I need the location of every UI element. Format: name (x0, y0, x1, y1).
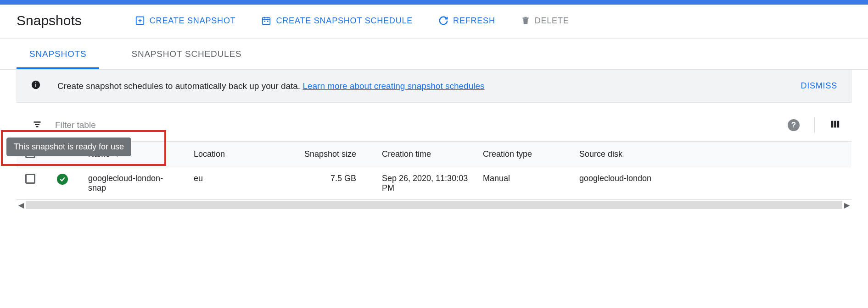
col-source[interactable]: Source disk (572, 142, 851, 167)
help-icon[interactable]: ? (788, 119, 800, 131)
scroll-left-icon[interactable]: ◀ (17, 201, 26, 209)
create-snapshot-button[interactable]: CREATE SNAPSHOT (135, 14, 236, 28)
horizontal-scrollbar[interactable]: ◀ ▶ (17, 200, 851, 210)
cell-size: 7.5 GB (292, 167, 375, 200)
scroll-right-icon[interactable]: ▶ (842, 201, 851, 209)
svg-rect-18 (834, 121, 836, 127)
row-checkbox[interactable] (25, 174, 35, 184)
svg-rect-13 (35, 82, 36, 83)
create-schedule-button[interactable]: CREATE SNAPSHOT SCHEDULE (261, 14, 413, 28)
table-wrap: This snapshot is ready for use Name ↑ Lo… (17, 141, 851, 200)
svg-rect-15 (35, 124, 39, 125)
tabs: SNAPSHOTS SNAPSHOT SCHEDULES (0, 39, 868, 70)
page-title: Snapshots (17, 13, 82, 28)
snapshots-table: Name ↑ Location Snapshot size Creation t… (17, 141, 851, 200)
cell-source: googlecloud-london (572, 167, 851, 200)
create-schedule-label: CREATE SNAPSHOT SCHEDULE (276, 16, 413, 26)
refresh-icon (438, 16, 448, 26)
page-header: Snapshots CREATE SNAPSHOT CREATE SNAPSHO… (0, 5, 868, 39)
cell-ctime: Sep 26, 2020, 11:30:03 PM (375, 167, 476, 200)
svg-rect-9 (522, 17, 528, 19)
svg-rect-17 (831, 121, 834, 127)
col-location[interactable]: Location (186, 142, 292, 167)
table-row[interactable]: googlecloud-london-snap eu 7.5 GB Sep 26… (17, 167, 851, 200)
svg-rect-3 (263, 18, 270, 25)
filter-row: ? (0, 103, 868, 141)
info-banner: Create snapshot schedules to automatical… (17, 70, 851, 103)
columns-icon[interactable] (829, 119, 840, 132)
calendar-icon (261, 16, 271, 26)
delete-button[interactable]: DELETE (521, 14, 569, 28)
info-icon (31, 80, 41, 92)
svg-rect-12 (35, 84, 36, 87)
top-accent-bar (0, 0, 868, 5)
svg-rect-7 (264, 21, 266, 22)
info-link[interactable]: Learn more about creating snapshot sched… (302, 81, 484, 91)
table-header-row: Name ↑ Location Snapshot size Creation t… (17, 142, 851, 167)
refresh-label: REFRESH (453, 16, 495, 26)
info-message: Create snapshot schedules to automatical… (57, 81, 801, 91)
scroll-track[interactable] (26, 201, 842, 209)
col-size[interactable]: Snapshot size (292, 142, 375, 167)
create-snapshot-label: CREATE SNAPSHOT (150, 16, 236, 26)
col-ctime[interactable]: Creation time (375, 142, 476, 167)
dismiss-button[interactable]: DISMISS (801, 81, 837, 91)
cell-location: eu (186, 167, 292, 200)
add-box-icon (135, 16, 145, 26)
svg-rect-19 (837, 121, 840, 127)
col-ctype[interactable]: Creation type (476, 142, 572, 167)
svg-rect-8 (267, 21, 269, 22)
info-text: Create snapshot schedules to automatical… (57, 81, 302, 91)
filter-list-icon[interactable] (32, 120, 42, 131)
refresh-button[interactable]: REFRESH (438, 14, 495, 28)
trash-icon (521, 16, 530, 26)
svg-rect-14 (34, 121, 41, 123)
filter-input[interactable] (55, 120, 788, 130)
tab-snapshots[interactable]: SNAPSHOTS (17, 39, 99, 69)
delete-label: DELETE (535, 16, 569, 26)
svg-rect-16 (36, 126, 39, 127)
divider (814, 117, 815, 133)
tab-schedules[interactable]: SNAPSHOT SCHEDULES (118, 39, 254, 69)
check-circle-icon (57, 174, 68, 185)
status-tooltip: This snapshot is ready for use (6, 138, 131, 156)
cell-ctype: Manual (476, 167, 572, 200)
svg-rect-10 (524, 17, 526, 18)
cell-name: googlecloud-london-snap (81, 167, 186, 200)
